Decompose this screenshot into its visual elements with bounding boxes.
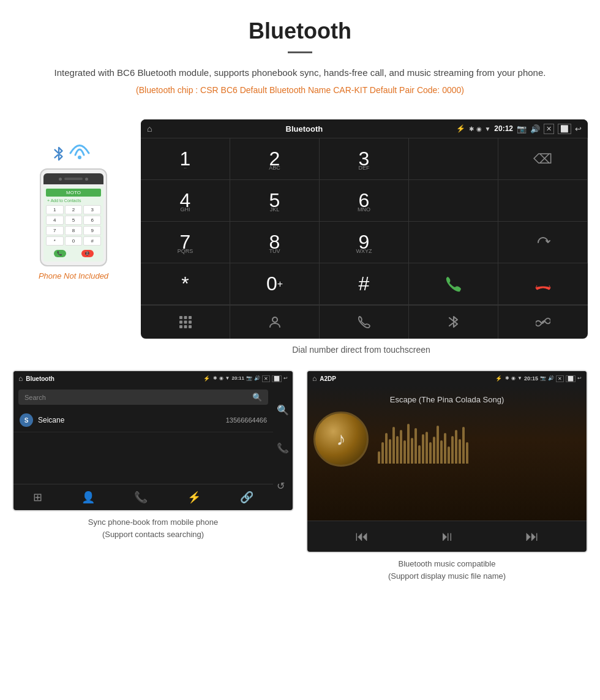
volume-icon[interactable]: 🔊: [530, 124, 540, 134]
dial-bottom-call[interactable]: [320, 306, 409, 339]
visualizer-bar: [381, 442, 384, 464]
pb-user-icon[interactable]: 👤: [81, 491, 95, 504]
call-icon: [444, 274, 463, 294]
close-icon[interactable]: ✕: [544, 124, 554, 134]
dial-call-button[interactable]: [409, 263, 498, 305]
pb-link-icon[interactable]: 🔗: [240, 491, 253, 504]
pb-status-title: Bluetooth: [26, 375, 200, 382]
svg-rect-7: [179, 325, 182, 328]
visualizer-bar: [385, 433, 388, 464]
music-prev-icon[interactable]: ⏮: [355, 529, 369, 544]
dial-key-0[interactable]: 0+: [230, 263, 320, 305]
pb-refresh-right-icon[interactable]: ↺: [277, 475, 289, 497]
visualizer-bar: [448, 446, 450, 464]
phone-top-bar: [43, 173, 103, 184]
pb-search-bar[interactable]: Search 🔍: [18, 390, 268, 405]
music-content: ♪: [313, 412, 580, 467]
dial-key-1[interactable]: 1 ·∙: [141, 138, 230, 180]
dial-empty-2: [409, 180, 498, 222]
pb-search-placeholder: Search: [24, 394, 46, 401]
music-next-icon[interactable]: ⏭: [525, 529, 539, 544]
link-icon: [536, 315, 550, 329]
pb-phone-right-icon[interactable]: 📞: [277, 437, 289, 459]
visualizer-bar: [429, 442, 432, 464]
visualizer-bar: [392, 427, 395, 464]
dial-status-bar: ⌂ Bluetooth ⚡ ✱ ◉ ▼ 20:12 📷 🔊 ✕ ⬜ ↩: [141, 119, 588, 138]
pb-empty-space: [13, 432, 273, 481]
pb-home-icon[interactable]: ⌂: [18, 374, 23, 383]
music-play-pause-icon[interactable]: ⏯: [440, 529, 454, 544]
dial-bottom-dialpad[interactable]: [141, 306, 230, 339]
phone-screen-header: MOTO: [46, 189, 101, 197]
svg-rect-1: [179, 316, 182, 319]
dial-key-4[interactable]: 4 GHI: [141, 180, 230, 222]
dial-key-star[interactable]: *: [141, 263, 230, 305]
dial-key-8[interactable]: 8 TUV: [230, 222, 320, 263]
dial-bottom-link[interactable]: [498, 306, 588, 339]
pb-usb-icon: ⚡: [203, 375, 210, 382]
dial-key-3[interactable]: 3 DEF: [320, 138, 409, 180]
dial-key-7[interactable]: 7 PQRS: [141, 222, 230, 263]
visualizer-bar: [418, 445, 421, 464]
phonebook-caption: Sync phone-book from mobile phone (Suppo…: [12, 516, 294, 540]
page-description: Integrated with BC6 Bluetooth module, su…: [37, 66, 563, 80]
visualizer-bar: [422, 434, 424, 464]
visualizer-bar: [403, 440, 406, 464]
svg-rect-8: [184, 325, 187, 328]
pb-dialpad-icon[interactable]: ⊞: [33, 491, 42, 504]
wifi-icon: ▼: [484, 126, 490, 132]
resize-icon[interactable]: ⬜: [558, 124, 571, 134]
dial-key-6[interactable]: 6 MNO: [320, 180, 409, 222]
music-note-icon: ♪: [337, 429, 346, 450]
dial-bottom-bluetooth[interactable]: [409, 306, 498, 339]
dial-key-5[interactable]: 5 JKL: [230, 180, 320, 222]
svg-point-10: [272, 317, 277, 322]
svg-rect-3: [189, 316, 192, 319]
search-icon[interactable]: 🔍: [252, 393, 262, 402]
music-song-title: Escape (The Pina Colada Song): [390, 395, 504, 404]
visualizer-bar: [414, 428, 417, 464]
phone-end-btn: 📵: [81, 250, 94, 257]
phonebook-card: ⌂ Bluetooth ⚡ ✱ ◉ ▼ 20:11 📷 🔊 ✕ ⬜ ↩: [12, 370, 294, 582]
phone-screen: MOTO + Add to Contacts 123 456 789 *0# 📞…: [43, 186, 103, 262]
dial-empty-3: [498, 180, 588, 222]
dial-key-2[interactable]: 2 ABC: [230, 138, 320, 180]
pb-right-icons: 🔍 📞 ↺: [273, 386, 293, 510]
back-icon[interactable]: ↩: [575, 124, 582, 134]
dial-key-9[interactable]: 9 WXYZ: [320, 222, 409, 263]
visualizer-bar: [389, 439, 391, 464]
signal-waves: [64, 132, 95, 165]
music-caption: Bluetooth music compatible (Support disp…: [306, 558, 588, 582]
status-icons: ✱ ◉ ▼: [469, 126, 490, 132]
pb-search-right-icon[interactable]: 🔍: [277, 399, 289, 421]
pb-bt-icon[interactable]: ⚡: [187, 491, 201, 504]
visualizer-bar: [437, 426, 439, 464]
dial-empty-1: [409, 138, 498, 180]
location-icon: ◉: [476, 126, 482, 132]
phone-signal-area: [52, 132, 95, 165]
dial-refresh[interactable]: [498, 222, 588, 263]
dial-bottom-contacts[interactable]: [230, 306, 320, 339]
camera-icon[interactable]: 📷: [517, 124, 527, 134]
music-card: ⌂ A2DP ⚡ ✱ ◉ ▼ 20:15 📷 🔊 ✕ ⬜ ↩: [306, 370, 588, 582]
pb-call-icon[interactable]: 📞: [134, 491, 148, 504]
pb-main: Search 🔍 S Seicane 13566664466 ⊞: [13, 386, 273, 510]
visualizer-bar: [459, 439, 461, 464]
pb-contact-row[interactable]: S Seicane 13566664466: [13, 408, 273, 432]
dial-key-hash[interactable]: #: [320, 263, 409, 305]
dial-screen: ⌂ Bluetooth ⚡ ✱ ◉ ▼ 20:12 📷 🔊 ✕ ⬜ ↩: [141, 119, 588, 339]
music-home-icon[interactable]: ⌂: [312, 374, 317, 383]
pb-screen: ⌂ Bluetooth ⚡ ✱ ◉ ▼ 20:11 📷 🔊 ✕ ⬜ ↩: [13, 371, 293, 510]
phone-screen-add: + Add to Contacts: [46, 198, 101, 203]
pb-status-icons: ✱ ◉ ▼ 20:11 📷 🔊 ✕ ⬜ ↩: [213, 375, 288, 382]
visualizer-bar: [426, 432, 428, 464]
phone-container: MOTO + Add to Contacts 123 456 789 *0# 📞…: [12, 119, 135, 280]
music-album-art: ♪: [313, 412, 369, 467]
dial-hangup-button[interactable]: [498, 263, 588, 305]
dial-backspace[interactable]: ⌫: [498, 138, 588, 180]
visualizer-bar: [411, 438, 413, 464]
bluetooth-status-icon: ✱: [469, 126, 474, 132]
home-icon[interactable]: ⌂: [147, 124, 152, 134]
bluetooth-bottom-icon: [446, 314, 461, 330]
music-main: Escape (The Pina Colada Song) ♪: [307, 386, 587, 521]
